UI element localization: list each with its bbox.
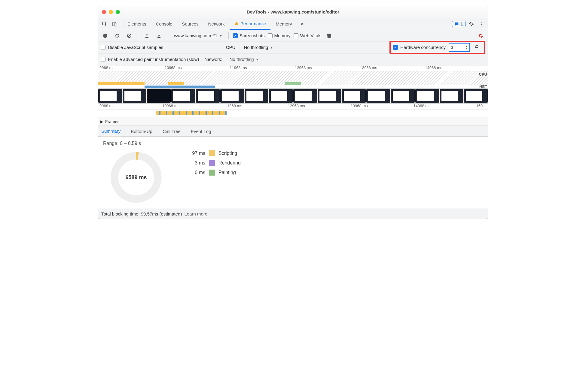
capture-options-row2: Enable advanced paint instrumentation (s… xyxy=(98,53,488,65)
memory-checkbox[interactable]: Memory xyxy=(268,33,291,38)
messages-badge[interactable]: 1 xyxy=(452,21,465,27)
ruler-tick: 10968 ms xyxy=(163,65,228,71)
legend-label: Painting xyxy=(218,170,236,175)
donut-center-value: 6589 ms xyxy=(109,150,163,204)
chevron-down-icon: ▼ xyxy=(256,58,259,61)
cpu-overview-chart xyxy=(98,71,488,85)
cpu-track-label: CPU xyxy=(479,72,487,77)
screenshot-thumb[interactable] xyxy=(440,89,463,103)
ruler-tick: 9968 ms xyxy=(98,104,160,109)
network-throttling-value: No throttling xyxy=(230,57,254,62)
legend-ms: 0 ms xyxy=(184,170,205,175)
ruler-tick: 9968 ms xyxy=(98,65,163,71)
screenshots-checkbox[interactable]: ✓ Screenshots xyxy=(233,33,264,38)
disclosure-triangle-icon: ▶ xyxy=(100,119,103,124)
screenshot-thumb[interactable] xyxy=(342,89,366,103)
kebab-menu-icon[interactable]: ⋮ xyxy=(477,20,486,29)
tab-console[interactable]: Console xyxy=(152,18,177,30)
screenshot-thumb[interactable] xyxy=(269,89,293,103)
inspect-element-icon[interactable] xyxy=(100,20,109,29)
screenshot-thumb[interactable] xyxy=(391,89,415,103)
color-swatch-scripting xyxy=(209,150,215,156)
ruler-tick: 11968 ms xyxy=(223,104,286,109)
screenshot-thumb[interactable] xyxy=(293,89,317,103)
screenshot-thumb[interactable]: .frame-thumb:nth-child(3)::after{backgro… xyxy=(147,89,171,103)
checkbox-icon xyxy=(268,33,273,38)
more-tabs-icon[interactable]: » xyxy=(298,20,307,29)
tab-summary[interactable]: Summary xyxy=(101,126,121,136)
hardware-concurrency-checkbox[interactable]: ✓ Hardware concurrency xyxy=(393,45,446,50)
screenshot-thumb[interactable] xyxy=(464,89,488,103)
cpu-throttling-select[interactable]: No throttling ▼ xyxy=(242,44,275,50)
warning-icon xyxy=(234,22,239,25)
tab-memory[interactable]: Memory xyxy=(272,18,296,30)
disable-js-checkbox[interactable]: Disable JavaScript samples xyxy=(101,45,163,50)
screenshots-label: Screenshots xyxy=(240,33,264,38)
frames-label: Frames xyxy=(105,119,119,124)
color-swatch-painting xyxy=(209,170,215,176)
tab-event-log[interactable]: Event Log xyxy=(190,127,212,136)
chevron-down-icon: ▼ xyxy=(270,46,273,49)
tab-performance-label: Performance xyxy=(240,21,266,26)
hardware-concurrency-input[interactable]: 3 ▲▼ xyxy=(449,43,470,52)
flame-chart-strip[interactable] xyxy=(98,110,488,117)
clear-button[interactable] xyxy=(125,31,134,40)
zoom-window-button[interactable] xyxy=(116,10,120,14)
capture-settings-gear-icon[interactable] xyxy=(476,31,485,40)
tab-elements[interactable]: Elements xyxy=(123,18,151,30)
legend-label: Scripting xyxy=(218,151,237,156)
capture-options-row1: Disable JavaScript samples CPU: No throt… xyxy=(98,41,488,53)
close-window-button[interactable] xyxy=(102,10,106,14)
timeline-overview[interactable]: 9968 ms 10968 ms 11968 ms 12968 ms 13968… xyxy=(98,65,488,126)
screenshot-thumb[interactable] xyxy=(366,89,390,103)
window-title: DevTools - www.kapwing.com/studio/editor xyxy=(98,9,488,14)
learn-more-link[interactable]: Learn more xyxy=(184,211,207,216)
screenshot-thumb[interactable] xyxy=(245,89,268,103)
number-stepper-icon[interactable]: ▲▼ xyxy=(465,45,468,50)
checkbox-checked-icon: ✓ xyxy=(233,33,238,38)
screenshot-thumb[interactable] xyxy=(415,89,439,103)
tbt-text: Total blocking time: 99.57ms (estimated) xyxy=(101,211,182,216)
page-selector[interactable]: www.kapwing.com #1 ▼ xyxy=(172,32,224,39)
checkbox-icon xyxy=(294,33,298,38)
reload-record-button[interactable] xyxy=(113,31,122,40)
undo-icon[interactable] xyxy=(473,43,482,52)
screenshot-thumb[interactable] xyxy=(123,89,146,103)
tab-performance[interactable]: Performance xyxy=(230,18,270,30)
screenshot-filmstrip[interactable]: .frame-thumb:nth-child(3)::after{backgro… xyxy=(98,89,488,104)
load-profile-icon[interactable] xyxy=(142,31,151,40)
save-profile-icon[interactable] xyxy=(154,31,163,40)
delete-icon[interactable] xyxy=(325,31,334,40)
tab-network[interactable]: Network xyxy=(204,18,229,30)
memory-label: Memory xyxy=(274,33,291,38)
screenshot-thumb[interactable] xyxy=(318,89,341,103)
paint-instrumentation-checkbox[interactable]: Enable advanced paint instrumentation (s… xyxy=(101,57,199,62)
tab-call-tree[interactable]: Call Tree xyxy=(162,127,181,136)
device-toolbar-icon[interactable] xyxy=(110,20,119,29)
checkbox-icon xyxy=(101,45,105,50)
hardware-concurrency-highlight: ✓ Hardware concurrency 3 ▲▼ xyxy=(389,41,485,54)
screenshot-thumb[interactable] xyxy=(98,89,122,103)
minimize-window-button[interactable] xyxy=(109,10,113,14)
summary-donut-chart: 6589 ms xyxy=(109,150,163,204)
screenshot-thumb[interactable] xyxy=(220,89,244,103)
settings-gear-icon[interactable] xyxy=(467,20,476,29)
screenshot-thumb[interactable] xyxy=(171,89,195,103)
svg-rect-2 xyxy=(115,23,117,26)
hardware-concurrency-label: Hardware concurrency xyxy=(400,45,446,50)
legend-row-scripting: 97 ms Scripting xyxy=(184,150,241,156)
ruler-tick: 159 xyxy=(474,104,488,109)
screenshot-thumb[interactable] xyxy=(196,89,220,103)
legend-row-painting: 0 ms Painting xyxy=(184,170,241,176)
tab-sources[interactable]: Sources xyxy=(178,18,203,30)
network-throttling-select[interactable]: No throttling ▼ xyxy=(228,56,261,62)
record-button[interactable] xyxy=(101,31,110,40)
details-tabs: Summary Bottom-Up Call Tree Event Log xyxy=(98,126,488,137)
paint-instrumentation-label: Enable advanced paint instrumentation (s… xyxy=(108,57,199,62)
frames-section-header[interactable]: ▶ Frames xyxy=(98,117,488,126)
summary-footer: Total blocking time: 99.57ms (estimated)… xyxy=(98,209,488,219)
disable-js-label: Disable JavaScript samples xyxy=(108,45,163,50)
tab-bottom-up[interactable]: Bottom-Up xyxy=(130,127,153,136)
svg-rect-6 xyxy=(157,37,160,38)
webvitals-checkbox[interactable]: Web Vitals xyxy=(294,33,322,38)
